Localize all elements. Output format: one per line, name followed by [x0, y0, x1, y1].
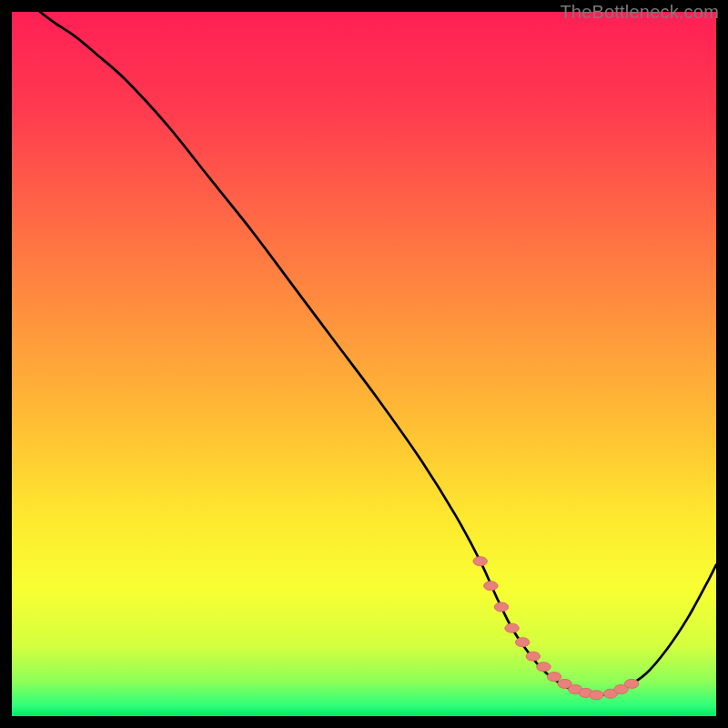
svg-rect-0 [12, 12, 716, 716]
plot-area [12, 12, 716, 716]
gradient-background [12, 12, 716, 716]
chart-stage: TheBottleneck.com [0, 0, 728, 728]
watermark-text: TheBottleneck.com [560, 2, 719, 23]
